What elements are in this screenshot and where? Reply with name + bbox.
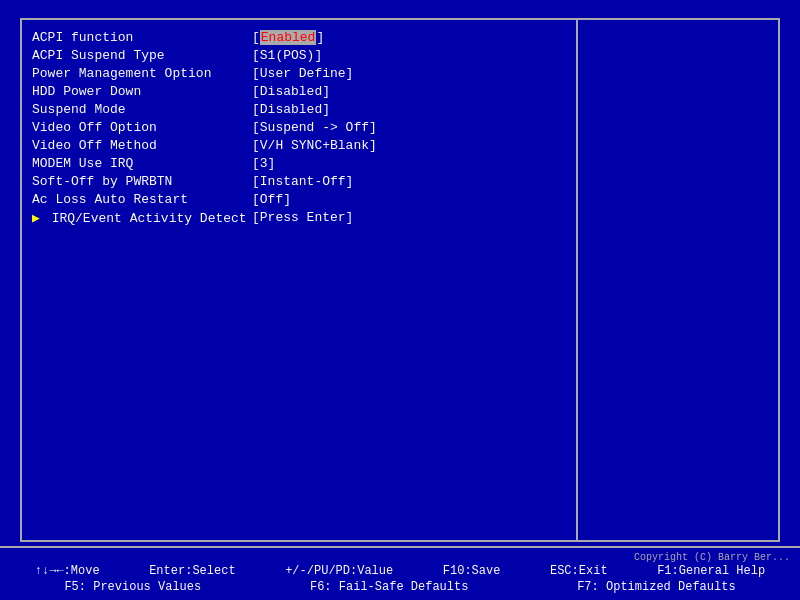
- menu-label-4: Suspend Mode: [32, 102, 252, 117]
- menu-value-8: [Instant-Off]: [252, 174, 353, 189]
- copyright: Copyright (C) Barry Ber...: [10, 552, 790, 563]
- arrow-icon-10: ▶: [32, 211, 48, 226]
- bottom-bar: Copyright (C) Barry Ber... ↑↓→←:MoveEnte…: [0, 546, 800, 600]
- menu-row-2[interactable]: Power Management Option[User Define]: [32, 66, 566, 81]
- bottom-item-row1-0: ↑↓→←:Move: [35, 564, 100, 578]
- menu-label-5: Video Off Option: [32, 120, 252, 135]
- menu-row-0[interactable]: ACPI function[Enabled]: [32, 30, 566, 45]
- menu-row-1[interactable]: ACPI Suspend Type[S1(POS)]: [32, 48, 566, 63]
- menu-label-8: Soft-Off by PWRBTN: [32, 174, 252, 189]
- menu-label-2: Power Management Option: [32, 66, 252, 81]
- menu-row-5[interactable]: Video Off Option[Suspend -> Off]: [32, 120, 566, 135]
- menu-value-5: [Suspend -> Off]: [252, 120, 377, 135]
- title-area: [0, 0, 800, 14]
- menu-row-7[interactable]: MODEM Use IRQ[3]: [32, 156, 566, 171]
- bottom-item-row1-1: Enter:Select: [149, 564, 235, 578]
- menu-row-4[interactable]: Suspend Mode[Disabled]: [32, 102, 566, 117]
- menu-row-3[interactable]: HDD Power Down[Disabled]: [32, 84, 566, 99]
- bottom-item-row2-1: F6: Fail-Safe Defaults: [310, 580, 468, 594]
- menu-label-3: HDD Power Down: [32, 84, 252, 99]
- bottom-item-row1-3: F10:Save: [443, 564, 501, 578]
- bottom-item-row1-2: +/-/PU/PD:Value: [285, 564, 393, 578]
- menu-label-0: ACPI function: [32, 30, 252, 45]
- bottom-item-row2-2: F7: Optimized Defaults: [577, 580, 735, 594]
- menu-value-1: [S1(POS)]: [252, 48, 322, 63]
- menu-value-2: [User Define]: [252, 66, 353, 81]
- menu-label-9: Ac Loss Auto Restart: [32, 192, 252, 207]
- right-panel: [578, 20, 778, 540]
- menu-label-10: ▶ IRQ/Event Activity Detect: [32, 210, 252, 226]
- bottom-row-2: F5: Previous ValuesF6: Fail-Safe Default…: [10, 580, 790, 594]
- menu-value-9: [Off]: [252, 192, 291, 207]
- menu-value-6: [V/H SYNC+Blank]: [252, 138, 377, 153]
- menu-value-7: [3]: [252, 156, 275, 171]
- bottom-row-1: ↑↓→←:MoveEnter:Select+/-/PU/PD:ValueF10:…: [10, 564, 790, 578]
- menu-value-3: [Disabled]: [252, 84, 330, 99]
- menu-value-4: [Disabled]: [252, 102, 330, 117]
- bottom-item-row2-0: F5: Previous Values: [64, 580, 201, 594]
- menu-label-1: ACPI Suspend Type: [32, 48, 252, 63]
- menu-row-6[interactable]: Video Off Method[V/H SYNC+Blank]: [32, 138, 566, 153]
- menu-label-7: MODEM Use IRQ: [32, 156, 252, 171]
- bios-screen: ACPI function[Enabled]ACPI Suspend Type[…: [0, 0, 800, 600]
- bottom-item-row1-4: ESC:Exit: [550, 564, 608, 578]
- menu-row-10[interactable]: ▶ IRQ/Event Activity Detect[Press Enter]: [32, 210, 566, 226]
- bottom-item-row1-5: F1:General Help: [657, 564, 765, 578]
- menu-label-6: Video Off Method: [32, 138, 252, 153]
- menu-value-10: [Press Enter]: [252, 210, 353, 226]
- menu-row-8[interactable]: Soft-Off by PWRBTN[Instant-Off]: [32, 174, 566, 189]
- main-area: ACPI function[Enabled]ACPI Suspend Type[…: [20, 18, 780, 542]
- menu-value-0: [Enabled]: [252, 30, 324, 45]
- menu-row-9[interactable]: Ac Loss Auto Restart[Off]: [32, 192, 566, 207]
- left-panel: ACPI function[Enabled]ACPI Suspend Type[…: [22, 20, 578, 540]
